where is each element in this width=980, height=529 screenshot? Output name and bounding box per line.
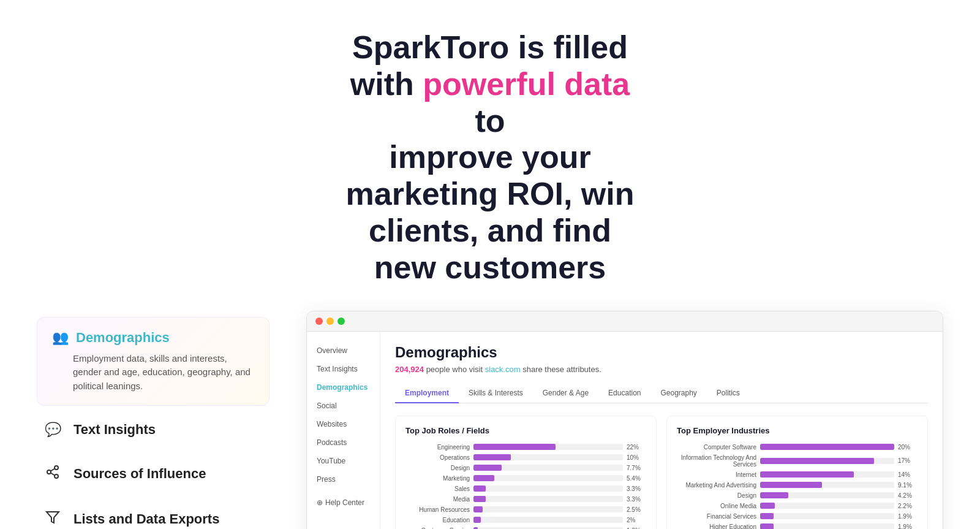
bar-track — [760, 492, 894, 498]
bar-comp-software: Computer Software 20% — [677, 444, 918, 451]
window-minimize-dot — [326, 318, 334, 325]
bar-operations: Operations 10% — [405, 454, 646, 461]
demographics-card[interactable]: 👥 Demographics Employment data, skills a… — [37, 317, 270, 406]
bar-label: Customer Service — [405, 527, 470, 529]
bar-track — [473, 475, 623, 481]
bar-hr: Human Resources 2.5% — [405, 506, 646, 513]
lists-icon — [44, 510, 61, 528]
bar-label: Marketing — [405, 475, 470, 482]
hero-line2: improve your marketing ROI, win — [346, 139, 635, 211]
window-close-dot — [315, 318, 323, 325]
bar-label: Operations — [405, 454, 470, 461]
bar-online-media: Online Media 2.2% — [677, 503, 918, 509]
bar-label: Marketing And Advertising — [677, 482, 756, 489]
demographics-title: Demographics — [76, 330, 170, 346]
bar-value: 2.2% — [898, 503, 918, 509]
subtitle-text: people who visit — [426, 365, 485, 374]
bar-track — [473, 465, 623, 471]
nav-press[interactable]: Press — [307, 470, 380, 489]
bar-value: 9.1% — [898, 482, 918, 489]
bar-value: 22% — [627, 444, 646, 451]
lists-label: Lists and Data Exports — [74, 511, 219, 527]
bar-sales: Sales 3.3% — [405, 485, 646, 492]
bar-financial: Financial Services 1.9% — [677, 513, 918, 520]
sources-label: Sources of Influence — [74, 466, 206, 482]
page-wrapper: SparkToro is filled with powerful data t… — [0, 0, 980, 529]
nav-podcasts[interactable]: Podcasts — [307, 433, 380, 452]
app-mockup: Overview Text Insights Demographics Soci… — [306, 311, 943, 529]
bar-track — [473, 444, 623, 450]
sidebar-item-text-insights[interactable]: 💬 Text Insights — [37, 411, 270, 449]
bar-higher-ed: Higher Education 1.9% — [677, 523, 918, 529]
bar-label: Design — [405, 465, 470, 471]
subtitle-count: 204,924 — [395, 365, 424, 374]
bar-track — [473, 454, 623, 460]
hero-line3: clients, and find new customers — [369, 213, 611, 285]
bar-track — [760, 458, 894, 464]
app-sidebar: Overview Text Insights Demographics Soci… — [307, 332, 380, 529]
svg-line-4 — [51, 469, 55, 471]
svg-line-3 — [51, 473, 55, 476]
text-insights-icon: 💬 — [44, 422, 61, 438]
bar-value: 20% — [898, 444, 918, 451]
bar-track — [760, 513, 894, 519]
subtitle-link[interactable]: slack.com — [485, 365, 521, 374]
nav-youtube[interactable]: YouTube — [307, 452, 380, 470]
window-chrome — [307, 311, 943, 332]
nav-websites[interactable]: Websites — [307, 415, 380, 433]
nav-overview[interactable]: Overview — [307, 341, 380, 360]
bar-value: 17% — [898, 457, 918, 464]
bar-value: 1.3% — [627, 527, 646, 529]
nav-help[interactable]: ⊕ Help Center — [307, 493, 380, 512]
bar-track — [473, 496, 623, 502]
help-label: Help Center — [325, 498, 364, 507]
bar-label: Human Resources — [405, 506, 470, 513]
bar-track — [760, 482, 894, 488]
card-header: 👥 Demographics — [52, 330, 254, 346]
job-roles-title: Top Job Roles / Fields — [405, 426, 646, 435]
bar-label: Engineering — [405, 444, 470, 451]
tab-skills[interactable]: Skills & Interests — [459, 384, 533, 403]
bar-value: 1.9% — [898, 523, 918, 529]
bar-education: Education 2% — [405, 517, 646, 523]
bar-customer-service: Customer Service 1.3% — [405, 527, 646, 529]
bar-label: Internet — [677, 471, 756, 478]
tab-gender-age[interactable]: Gender & Age — [533, 384, 598, 403]
tab-education[interactable]: Education — [598, 384, 650, 403]
bar-track — [473, 517, 623, 523]
bar-label: Computer Software — [677, 444, 756, 451]
app-title: Demographics — [395, 344, 928, 361]
sidebar-item-sources[interactable]: Sources of Influence — [37, 454, 270, 494]
bar-label: Sales — [405, 485, 470, 492]
bar-label: Online Media — [677, 503, 756, 509]
bar-marketing-adv: Marketing And Advertising 9.1% — [677, 482, 918, 489]
sources-icon — [44, 465, 61, 483]
nav-demographics[interactable]: Demographics — [307, 378, 380, 397]
bar-marketing: Marketing 5.4% — [405, 475, 646, 482]
sidebar-item-lists[interactable]: Lists and Data Exports — [37, 499, 270, 529]
left-panel: 👥 Demographics Employment data, skills a… — [37, 311, 270, 529]
nav-social[interactable]: Social — [307, 397, 380, 415]
svg-marker-5 — [47, 512, 59, 523]
bar-label: Media — [405, 496, 470, 503]
charts-grid: Top Job Roles / Fields Engineering 22% O… — [395, 416, 928, 529]
hero-section: SparkToro is filled with powerful data t… — [214, 0, 766, 311]
bar-track — [473, 485, 623, 492]
demographics-icon: 👥 — [52, 330, 69, 346]
hero-heading: SparkToro is filled with powerful data t… — [337, 29, 643, 286]
bar-design: Design 7.7% — [405, 465, 646, 471]
tab-geography[interactable]: Geography — [650, 384, 706, 403]
tab-employment[interactable]: Employment — [395, 384, 459, 403]
bar-design-ind: Design 4.2% — [677, 492, 918, 499]
demographics-desc: Employment data, skills and interests, g… — [52, 352, 254, 394]
bar-it-services: Information Technology And Services 17% — [677, 454, 918, 468]
bar-value: 5.4% — [627, 475, 646, 482]
tab-politics[interactable]: Politics — [707, 384, 750, 403]
hero-accent: powerful data — [423, 66, 630, 102]
bar-label: Education — [405, 517, 470, 523]
window-expand-dot — [337, 318, 345, 325]
hero-text-after: to — [475, 103, 505, 139]
nav-text-insights[interactable]: Text Insights — [307, 360, 380, 378]
subtitle-end: share these attributes. — [522, 365, 601, 374]
svg-point-1 — [47, 470, 51, 474]
